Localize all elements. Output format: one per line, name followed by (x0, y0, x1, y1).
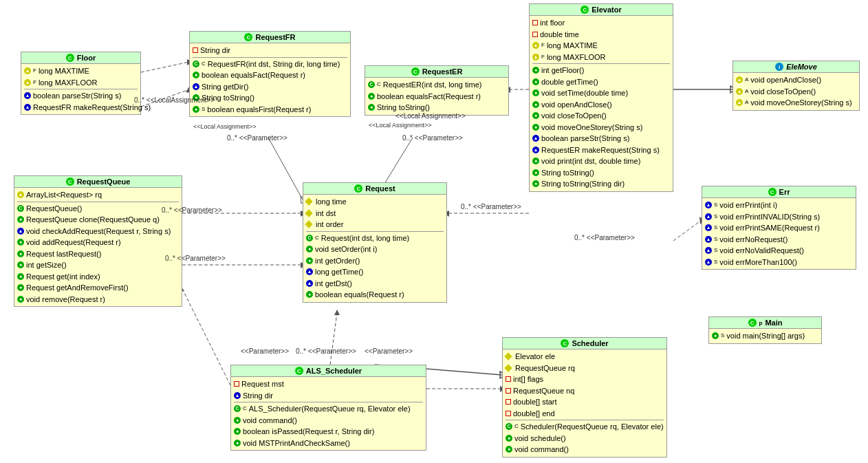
rq-row-9: ● Request getAndRemoveFirst() (17, 282, 179, 294)
elevator-icon: C (581, 6, 589, 14)
rq-row-7: ● int getSize() (17, 259, 179, 271)
svg-line-2 (268, 138, 303, 200)
floor-class: C Floor ▲ F long MAXTIME ▲ F long MAXFLO… (21, 52, 141, 115)
requester-class: C RequestER C C RequestER(int dst, long … (365, 65, 509, 116)
requestfr-row-3: ● boolean equalsFact(Request r) (193, 69, 347, 81)
circle-icon: ● (17, 250, 24, 257)
elemove-body: ▲ A void openAndClose() ▲ A void closeTo… (733, 73, 859, 110)
separator (24, 89, 138, 89)
als-icon: C (295, 367, 303, 375)
err-header: C Err (702, 186, 856, 198)
svg-marker-21 (334, 310, 340, 315)
triangle-icon: ▲ (736, 76, 743, 83)
err-title: Err (779, 188, 790, 196)
requester-header: C RequestER (365, 66, 508, 78)
request-title: Request (365, 184, 395, 193)
circle-icon: ● (506, 446, 512, 453)
req-row-3: int order (306, 219, 444, 230)
als-row-3: C C ALS_Scheduler(RequestQueue rq, Eleva… (234, 403, 423, 415)
main-body: ● S void main(String[] args) (709, 329, 821, 343)
req-row-5: ● void setOrder(int i) (306, 244, 444, 255)
circle-icon: ● (234, 428, 241, 435)
diamond-icon (305, 198, 312, 206)
elevator-row-14: ● String toString() (532, 167, 670, 179)
requestfr-row-5: ● String toString() (193, 92, 347, 104)
circle-icon: ● (193, 72, 199, 78)
separator (193, 57, 347, 58)
local-assignment-label: <<Local Assignment>> (193, 123, 257, 130)
triangle-icon: ▲ (705, 213, 712, 220)
circle-icon: ● (234, 417, 241, 424)
elevator-row-9: ● void closeToOpen() (532, 110, 670, 122)
circle-icon: ● (506, 435, 512, 442)
elevator-row-12: ▲ RequestER makeRequest(String s) (532, 144, 670, 156)
circle-icon: ● (17, 284, 24, 291)
requestfr-title: RequestFR (255, 33, 295, 41)
circle-icon: ● (532, 180, 539, 187)
requestqueue-icon: C (66, 177, 74, 186)
req-row-9: ● boolean equals(Request r) (306, 289, 444, 301)
elevator-row-7: ● void setTime(double time) (532, 87, 670, 99)
sched-row-5: double[] start (506, 396, 664, 408)
triangle-icon: ▲ (705, 202, 712, 208)
rq-row-2: C RequestQueue() (17, 203, 179, 215)
rect-icon (193, 47, 198, 53)
scheduler-class: C Scheduler Elevator ele RequestQueue rq… (502, 337, 667, 457)
rq-row-6: ● Request lastRequest() (17, 248, 179, 260)
separator (532, 63, 670, 64)
label-param-4: 0..* <<Parameter>> (165, 255, 226, 262)
als-body: Request mst ▲ String dir C C ALS_Schedul… (231, 377, 426, 450)
requestfr-header: C RequestFR (190, 32, 350, 43)
requestqueue-title: RequestQueue (77, 177, 131, 186)
req-row-1: long time (306, 196, 444, 208)
requestfr-row-6: ● S boolean equalsFirst(Request r) (193, 104, 347, 116)
circle-icon: ● (306, 291, 313, 298)
triangle-icon: ▲ (306, 280, 313, 287)
main-title: Main (765, 319, 782, 327)
label-param-2: 0..* <<Parameter>> (402, 134, 463, 142)
als-row-1: Request mst (234, 378, 423, 390)
circle-icon: C (306, 235, 313, 241)
elemove-row-2: ▲ A void closeToOpen() (736, 86, 856, 98)
floor-title: Floor (77, 54, 96, 62)
requestfr-row-1: String dir (193, 45, 347, 56)
req-row-4: C C Request(int dst, long time) (306, 233, 444, 244)
circle-icon: ● (532, 89, 539, 96)
triangle-icon: ▲ (532, 54, 539, 61)
err-class: C Err ▲ S void errPrint(int i) ▲ S void … (702, 186, 856, 270)
circle-icon: ● (17, 296, 24, 303)
als-row-2: ▲ String dir (234, 390, 423, 402)
als-row-4: ● void command() (234, 415, 423, 427)
requestqueue-class: C RequestQueue ▲ ArrayList<Request> rq C… (14, 175, 182, 307)
elevator-row-5: ● int getFloor() (532, 65, 670, 76)
circle-icon: ● (17, 216, 24, 223)
rq-row-8: ● Request get(int index) (17, 271, 179, 283)
elemove-row-3: ▲ A void moveOneStorey(String s) (736, 97, 856, 109)
label-param-1: 0..* <<Parameter>> (227, 134, 287, 142)
sched-row-3: int[] flags (506, 374, 664, 385)
err-row-2: ▲ S void errPrintINVALID(String s) (705, 211, 853, 223)
als-title: ALS_Scheduler (306, 367, 362, 375)
circle-icon: C (234, 405, 241, 412)
err-row-5: ▲ S void errNoValidRequest() (705, 245, 853, 257)
separator (17, 202, 179, 202)
rect-icon (506, 388, 511, 394)
sched-row-6: double[] end (506, 408, 664, 420)
req-row-2: int dst (306, 208, 444, 219)
rect-icon (506, 376, 511, 382)
floor-row-3: ▲ boolean parseStr(String s) (24, 90, 138, 102)
sched-row-8: ● void schedule() (506, 433, 664, 444)
triangle-icon: ▲ (532, 147, 539, 153)
label-param-7: <<Parameter>> (241, 347, 289, 355)
circle-icon: ● (368, 93, 375, 100)
circle-icon: ● (532, 78, 539, 85)
circle-icon: ● (712, 332, 719, 339)
rq-row-4: ▲ void checkAddRequest(Request r, String… (17, 226, 179, 237)
circle-icon: ● (532, 124, 539, 131)
circle-icon: ● (234, 440, 241, 446)
rq-row-1: ▲ ArrayList<Request> rq (17, 189, 179, 201)
elevator-row-15: ● String toString(String dir) (532, 178, 670, 190)
triangle-icon: ▲ (193, 83, 199, 90)
main-row-1: ● S void main(String[] args) (712, 330, 818, 342)
svg-line-20 (330, 313, 337, 365)
